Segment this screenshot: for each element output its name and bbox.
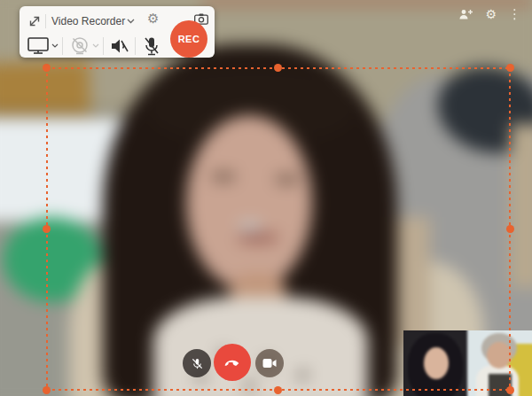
microphone-muted-icon[interactable]	[142, 35, 161, 57]
selection-handle-bottom-left[interactable]	[43, 386, 51, 394]
hang-up-phone-icon	[223, 353, 242, 372]
selection-handle-top-right[interactable]	[506, 64, 514, 72]
pip-caller-left	[403, 330, 467, 396]
selection-handle-bottom-right[interactable]	[506, 386, 514, 394]
selection-handle-top-left[interactable]	[43, 64, 51, 72]
background-detail	[511, 124, 532, 288]
recorder-mode-title[interactable]: Video Recorder	[51, 15, 125, 27]
pip-caller-right	[467, 330, 532, 396]
call-hang-up-button[interactable]	[214, 344, 251, 381]
speaker-muted-icon[interactable]	[109, 37, 130, 55]
chevron-down-icon[interactable]	[92, 43, 99, 48]
display-source-icon[interactable]	[27, 37, 49, 54]
subject-eye	[275, 175, 300, 184]
resize-diagonal-icon[interactable]	[27, 14, 42, 28]
recorder-toolbar: Video Recorder ⚙	[20, 6, 215, 58]
toolbar-divider	[135, 37, 136, 55]
app-settings-gear-icon[interactable]: ⚙	[485, 8, 497, 20]
subject-face	[186, 115, 312, 291]
video-camera-icon	[262, 358, 277, 369]
selection-handle-middle-right[interactable]	[506, 225, 514, 233]
webcam-disabled-icon[interactable]	[69, 35, 90, 57]
subject-eye	[211, 172, 236, 182]
toolbar-divider	[103, 37, 104, 55]
microphone-muted-icon	[191, 357, 204, 370]
chevron-down-icon[interactable]	[51, 43, 59, 48]
selection-handle-bottom-center[interactable]	[274, 386, 282, 394]
share-contact-icon[interactable]	[458, 8, 473, 20]
window-controls: ⚙ ⋮	[458, 7, 521, 20]
selection-handle-top-center[interactable]	[274, 64, 282, 72]
subject-shirt	[153, 297, 368, 396]
toolbar-divider	[62, 37, 63, 55]
selection-handle-middle-left[interactable]	[43, 225, 51, 233]
picture-in-picture-thumbnail[interactable]	[403, 330, 532, 396]
call-mute-microphone-button[interactable]	[183, 349, 211, 377]
rec-button[interactable]: REC	[170, 20, 207, 58]
chevron-down-icon[interactable]	[127, 19, 135, 24]
background-detail	[202, 0, 532, 4]
more-options-kebab-icon[interactable]: ⋮	[508, 7, 521, 20]
shirt-pattern	[246, 381, 253, 391]
subject-lips	[238, 232, 278, 244]
screen-recorder-app: Video Recorder ⚙	[0, 0, 532, 396]
toolbar-divider	[45, 14, 46, 28]
recorder-settings-gear-icon[interactable]: ⚙	[147, 12, 159, 25]
call-camera-button[interactable]	[255, 349, 284, 377]
subject-face-detail	[238, 221, 262, 231]
